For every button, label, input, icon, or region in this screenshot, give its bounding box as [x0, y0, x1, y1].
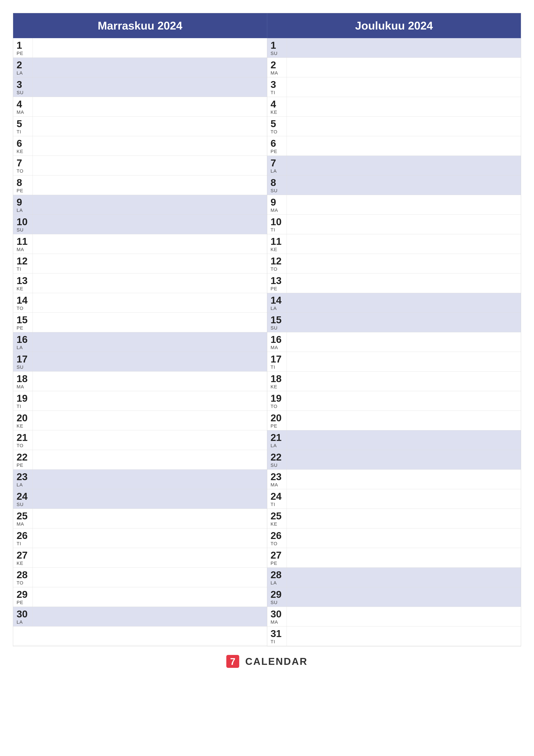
day-number: 8	[271, 177, 284, 187]
svg-text:7: 7	[230, 656, 235, 667]
day-row-1-16: 17TI	[267, 352, 521, 371]
day-content	[287, 627, 521, 646]
day-number: 6	[271, 138, 284, 148]
day-content	[287, 215, 521, 234]
day-number: 24	[271, 491, 284, 501]
day-content	[287, 332, 521, 352]
day-number: 9	[16, 197, 30, 207]
day-number: 21	[271, 433, 284, 443]
day-number: 29	[271, 589, 284, 599]
day-number-col: 30MA	[267, 607, 287, 626]
day-abbreviation: MA	[271, 619, 284, 625]
day-number-col: 5TO	[267, 117, 287, 136]
day-number: 19	[271, 393, 284, 403]
day-row-1-24: 25KE	[267, 509, 521, 528]
day-content	[287, 568, 521, 587]
day-number: 4	[271, 99, 284, 109]
day-number: 5	[271, 119, 284, 129]
day-abbreviation: TI	[16, 129, 30, 135]
day-content	[33, 156, 267, 175]
day-number: 16	[16, 335, 30, 344]
day-number-col: 4KE	[267, 97, 287, 116]
day-abbreviation: TO	[16, 580, 30, 586]
calendar-header: Marraskuu 2024Joulukuu 2024	[13, 13, 521, 38]
day-content	[287, 274, 521, 293]
day-number: 13	[16, 276, 30, 285]
day-row-1-29: 30MA	[267, 607, 521, 627]
day-number: 12	[16, 256, 30, 266]
day-number-col: 28TO	[13, 568, 33, 587]
day-row-0-25: 26TI	[13, 528, 267, 548]
day-row-1-6: 7LA	[267, 156, 521, 176]
day-number: 3	[16, 80, 30, 90]
day-row-0-16: 17SU	[13, 352, 267, 371]
day-abbreviation: LA	[16, 619, 30, 625]
day-number: 22	[271, 452, 284, 462]
day-number-col: 21TO	[13, 430, 33, 450]
day-row-0-29: 30LA	[13, 607, 267, 627]
day-content	[287, 77, 521, 97]
day-abbreviation: TI	[271, 639, 284, 645]
day-content	[287, 234, 521, 254]
day-abbreviation: TI	[16, 266, 30, 272]
day-number-col: 31TI	[267, 627, 287, 646]
day-number-col: 26TI	[13, 528, 33, 548]
day-content	[287, 117, 521, 136]
day-number-col: 20KE	[13, 411, 33, 430]
day-number: 1	[271, 40, 284, 50]
day-number-col: 9LA	[13, 195, 33, 214]
day-abbreviation: MA	[16, 247, 30, 252]
day-number-col: 7LA	[267, 156, 287, 175]
day-abbreviation: PE	[16, 325, 30, 331]
day-abbreviation: PE	[271, 423, 284, 429]
day-row-1-3: 4KE	[267, 97, 521, 117]
day-content	[33, 548, 267, 567]
day-content	[287, 489, 521, 509]
day-number-col: 19TI	[13, 391, 33, 411]
day-abbreviation: KE	[271, 521, 284, 527]
day-abbreviation: TO	[16, 168, 30, 174]
day-abbreviation: MA	[16, 521, 30, 527]
day-number-col: 12TI	[13, 254, 33, 273]
day-number-col: 16MA	[267, 332, 287, 352]
day-row-0-2: 3SU	[13, 77, 267, 97]
day-abbreviation: PE	[16, 188, 30, 194]
day-number: 14	[16, 295, 30, 305]
day-number-col: 6KE	[13, 136, 33, 156]
calendar-container: Marraskuu 2024Joulukuu 2024 1PE2LA3SU4MA…	[13, 13, 521, 646]
day-row-0-23: 24SU	[13, 489, 267, 509]
day-content	[287, 430, 521, 450]
day-number-col: 24SU	[13, 489, 33, 509]
day-content	[287, 548, 521, 567]
day-content	[33, 176, 267, 195]
day-content	[287, 509, 521, 528]
day-number-col: 5TI	[13, 117, 33, 136]
day-number-col: 18KE	[267, 371, 287, 391]
day-row-0-13: 14TO	[13, 293, 267, 313]
day-abbreviation: TI	[16, 541, 30, 547]
day-number-col: 17SU	[13, 352, 33, 371]
day-content	[33, 136, 267, 156]
day-number-col: 3TI	[267, 77, 287, 97]
day-number-col: 23MA	[267, 470, 287, 489]
day-abbreviation: SU	[16, 502, 30, 507]
day-row-empty	[13, 627, 267, 645]
day-abbreviation: MA	[271, 207, 284, 213]
day-abbreviation: SU	[271, 325, 284, 331]
day-number-col: 16LA	[13, 332, 33, 352]
day-number: 23	[16, 472, 30, 482]
day-content	[33, 528, 267, 548]
day-row-1-18: 19TO	[267, 391, 521, 411]
day-row-1-14: 15SU	[267, 313, 521, 332]
day-number: 23	[271, 472, 284, 482]
day-content	[33, 607, 267, 626]
day-number: 27	[16, 550, 30, 560]
day-row-0-17: 18MA	[13, 371, 267, 391]
day-number: 26	[271, 530, 284, 540]
day-content	[33, 411, 267, 430]
day-number-col: 25KE	[267, 509, 287, 528]
day-number-col: 29SU	[267, 587, 287, 607]
day-number: 5	[16, 119, 30, 129]
day-number: 1	[16, 40, 30, 50]
day-row-1-7: 8SU	[267, 176, 521, 195]
